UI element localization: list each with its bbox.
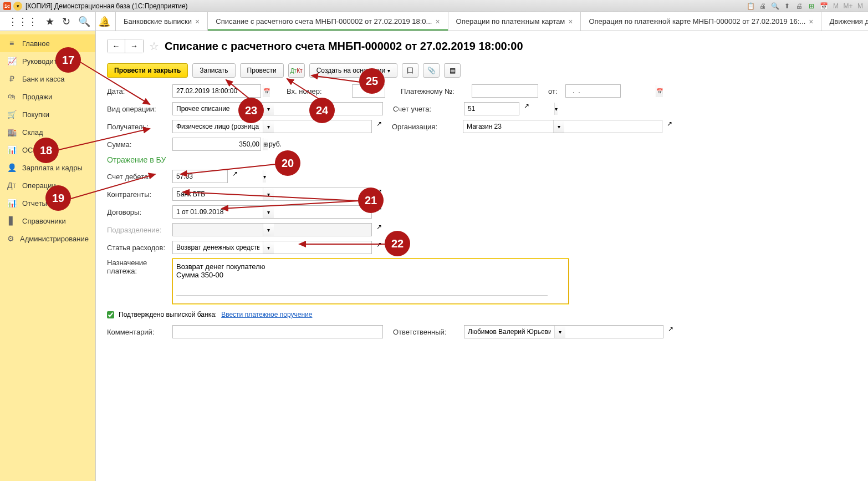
menu-icon: ≡ — [7, 39, 17, 48]
open-icon[interactable]: ↗ — [376, 241, 382, 254]
tab-card-operation-detail[interactable]: Операция по платежной карте МНБП-000002 … — [581, 12, 821, 31]
person-icon: 👤 — [7, 163, 17, 172]
button-bar: Провести и закрыть Записать Провести ДтК… — [107, 63, 857, 78]
tray-letter[interactable]: M+ — [844, 2, 852, 11]
contractor-input[interactable] — [173, 188, 263, 200]
open-icon[interactable]: ↗ — [524, 102, 529, 115]
post-button[interactable]: Провести — [240, 63, 284, 78]
payment-num-input[interactable] — [472, 84, 538, 98]
dropdown-icon[interactable]: ▾ — [554, 103, 558, 115]
annotation-20: 20 — [275, 150, 300, 176]
expense-label: Статья расходов: — [107, 244, 168, 252]
dropdown-icon[interactable]: ▾ — [554, 326, 565, 338]
sidebar-item-admin[interactable]: ⚙Администрирование — [0, 230, 95, 247]
account-input[interactable] — [464, 103, 554, 115]
dropdown-icon[interactable]: ▾ — [263, 103, 274, 115]
sum-input[interactable] — [173, 138, 263, 150]
sidebar-item-sales[interactable]: 🛍Продажи — [0, 88, 95, 105]
tab-writeoff[interactable]: Списание с расчетного счета МНБП-000002 … — [208, 12, 448, 31]
expense-input-wrap: ▾ — [172, 241, 372, 254]
tray-icon[interactable]: 🔍 — [770, 2, 779, 11]
nav-dropdown-icon[interactable]: ▾ — [13, 2, 22, 11]
tray-letter[interactable]: M — [856, 2, 865, 11]
expense-input[interactable] — [173, 241, 263, 254]
sidebar-item-purchases[interactable]: 🛒Покупки — [0, 105, 95, 123]
sidebar-item-main[interactable]: ≡Главное — [0, 34, 95, 52]
debit-input[interactable] — [173, 170, 263, 183]
dropdown-icon[interactable]: ▾ — [553, 120, 564, 133]
back-button[interactable]: ← — [108, 39, 125, 53]
org-input-wrap: ▾ — [463, 120, 662, 133]
create-based-button[interactable]: Создать на основании▾ — [309, 63, 398, 78]
tool-icons: ⋮⋮⋮ ★ ↻ 🔍 🔔 — [0, 12, 96, 31]
responsible-input[interactable] — [464, 326, 554, 338]
tray-icon[interactable]: 📅 — [819, 2, 828, 11]
apps-icon[interactable]: ⋮⋮⋮ — [8, 16, 38, 28]
history-icon[interactable]: ↻ — [62, 16, 70, 28]
tray-icon[interactable]: ⊞ — [807, 2, 816, 11]
list-button[interactable]: ▤ — [444, 63, 461, 78]
section-bu-title: Отражение в БУ — [107, 155, 857, 164]
account-input-wrap: ▾ — [464, 102, 519, 115]
purpose-textarea[interactable]: Возврат денег покупателю Сумма 350-00 — [172, 259, 569, 304]
recipient-label: Получатель: — [107, 123, 168, 131]
forward-button[interactable]: → — [125, 39, 143, 53]
save-button[interactable]: Записать — [192, 63, 235, 78]
date-input[interactable] — [173, 85, 263, 97]
dropdown-icon[interactable]: ▾ — [263, 206, 274, 218]
favorite-star-icon[interactable]: ☆ — [149, 39, 159, 53]
enter-payment-order-link[interactable]: Ввести платежное поручение — [221, 311, 312, 318]
app-icon: 1c — [3, 2, 11, 10]
dropdown-icon[interactable]: ▾ — [263, 120, 274, 133]
attach-button[interactable]: 📎 — [423, 63, 440, 78]
close-icon[interactable]: × — [435, 17, 440, 26]
dropdown-icon[interactable]: ▾ — [263, 241, 274, 254]
sidebar-item-catalogs[interactable]: ▋Справочники — [0, 212, 95, 230]
annotation-17: 17 — [55, 47, 81, 73]
sidebar-item-manager[interactable]: 📈Руководителю — [0, 52, 95, 70]
tab-bank-statements[interactable]: Банковские выписки× — [116, 12, 208, 31]
tray-icon[interactable]: ⬆ — [783, 2, 792, 11]
tray-icon[interactable]: 🖨 — [758, 2, 767, 11]
from-date-input[interactable] — [566, 85, 656, 97]
calendar-icon[interactable]: 📅 — [263, 85, 270, 97]
close-icon[interactable]: × — [809, 17, 813, 26]
comment-input[interactable] — [172, 325, 383, 338]
main-toolbar: ⋮⋮⋮ ★ ↻ 🔍 🔔 ⌂ Банковские выписки× Списан… — [0, 12, 868, 31]
annotation-18: 18 — [33, 138, 59, 163]
tray-icon[interactable]: 📋 — [746, 2, 755, 11]
date-label: Дата: — [107, 87, 168, 95]
calc-icon[interactable]: ⊞ — [263, 138, 268, 150]
dropdown-icon[interactable]: ▾ — [263, 170, 266, 183]
post-and-close-button[interactable]: Провести и закрыть — [107, 63, 188, 78]
org-input[interactable] — [463, 120, 553, 133]
open-icon[interactable]: ↗ — [668, 325, 673, 338]
contractor-input-wrap: ▾ — [172, 188, 372, 201]
open-icon[interactable]: ↗ — [232, 170, 238, 183]
home-tab[interactable]: ⌂ — [96, 12, 116, 31]
debit-input-wrap: ▾ — [172, 170, 228, 183]
tray-icon[interactable]: 🖨 — [795, 2, 804, 11]
tab-card-operations[interactable]: Операции по платежным картам× — [448, 12, 581, 31]
dtKt-button[interactable]: ДтКт — [288, 63, 305, 78]
open-icon[interactable]: ↗ — [667, 120, 672, 133]
content-area: ← → ☆ Списание с расчетного счета МНБП-0… — [96, 31, 868, 481]
star-icon[interactable]: ★ — [45, 16, 54, 28]
sidebar-item-bank[interactable]: ₽Банк и касса — [0, 70, 95, 88]
search-icon[interactable]: 🔍 — [78, 16, 90, 28]
purpose-label: Назначение платежа: — [107, 259, 168, 275]
close-icon[interactable]: × — [568, 17, 573, 26]
tab-movements[interactable]: Движения докум — [821, 12, 868, 31]
calendar-icon[interactable]: 📅 — [656, 85, 663, 97]
open-icon[interactable]: ↗ — [376, 223, 382, 236]
confirmed-checkbox[interactable] — [107, 311, 114, 318]
comment-label: Комментарий: — [107, 328, 168, 336]
annotation-25: 25 — [359, 68, 385, 94]
tray-letter[interactable]: M — [831, 2, 840, 11]
dropdown-icon[interactable]: ▾ — [263, 188, 274, 200]
system-tray: 📋 🖨 🔍 ⬆ 🖨 ⊞ 📅 M M+ M — [746, 2, 865, 11]
open-icon[interactable]: ↗ — [376, 120, 382, 133]
close-icon[interactable]: × — [195, 17, 200, 26]
structure-button[interactable]: 囗 — [402, 63, 418, 78]
contracts-input[interactable] — [173, 206, 263, 218]
